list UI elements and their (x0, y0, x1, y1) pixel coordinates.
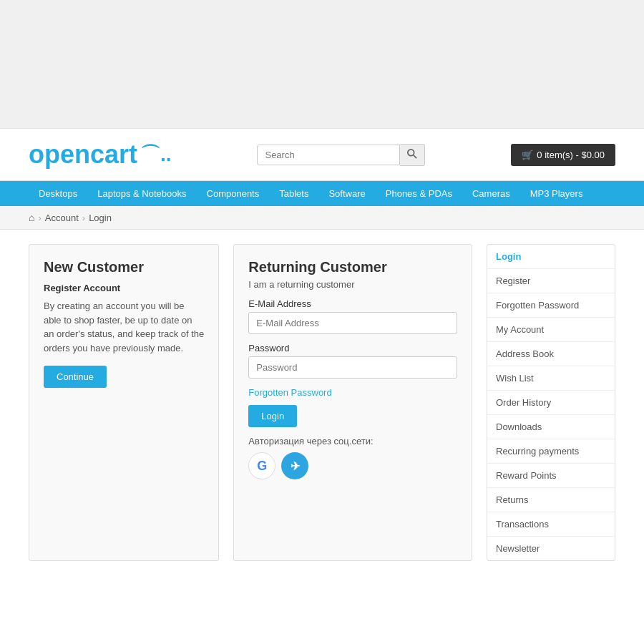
telegram-login-button[interactable]: ✈ (281, 452, 308, 479)
social-auth: Авторизация через соц.сети: G ✈ (248, 436, 457, 479)
breadcrumb: ⌂ › Account › Login (0, 206, 644, 230)
nav-item-software[interactable]: Software (318, 181, 375, 206)
sidebar-item-recurring-payments[interactable]: Recurring payments (487, 439, 615, 463)
top-spacer (0, 0, 644, 129)
sidebar-item-returns[interactable]: Returns (487, 488, 615, 512)
sidebar: LoginRegisterForgotten PasswordMy Accoun… (487, 244, 615, 561)
email-input[interactable] (248, 312, 457, 334)
returning-customer-title: Returning Customer (248, 259, 457, 275)
telegram-icon: ✈ (291, 459, 300, 473)
social-icons-container: G ✈ (248, 452, 457, 479)
header: opencart ⌒.. 🛒 0 item(s) - $0.00 (0, 129, 644, 181)
search-form (257, 144, 425, 166)
returning-customer-panel: Returning Customer I am a returning cust… (233, 244, 472, 561)
sidebar-item-order-history[interactable]: Order History (487, 391, 615, 414)
sidebar-item-reward-points[interactable]: Reward Points (487, 464, 615, 487)
login-button[interactable]: Login (248, 405, 297, 427)
sidebar-item-newsletter[interactable]: Newsletter (487, 537, 615, 560)
nav-item-components[interactable]: Components (197, 181, 270, 206)
sidebar-item-register[interactable]: Register (487, 269, 615, 293)
email-group: E-Mail Address (248, 298, 457, 334)
google-login-button[interactable]: G (248, 452, 275, 479)
sidebar-item-downloads[interactable]: Downloads (487, 415, 615, 439)
nav-item-laptops-&-notebooks[interactable]: Laptops & Notebooks (87, 181, 196, 206)
sidebar-item-wish-list[interactable]: Wish List (487, 366, 615, 390)
sidebar-item-forgotten-password[interactable]: Forgotten Password (487, 293, 615, 317)
sidebar-item-login[interactable]: Login (487, 245, 615, 268)
cart-label: 0 item(s) - $0.00 (537, 150, 605, 160)
svg-point-0 (408, 149, 414, 155)
home-icon: ⌂ (29, 212, 34, 223)
password-group: Password (248, 343, 457, 379)
logo-cart-icon: ⌒.. (140, 141, 172, 168)
search-button[interactable] (400, 144, 425, 166)
email-label: E-Mail Address (248, 298, 457, 309)
new-customer-description: By creating an account you will be able … (44, 299, 204, 355)
nav-item-mp3-players[interactable]: MP3 Players (520, 181, 593, 206)
sidebar-item-address-book[interactable]: Address Book (487, 342, 615, 366)
sidebar-item-transactions[interactable]: Transactions (487, 512, 615, 536)
social-auth-label: Авторизация через соц.сети: (248, 436, 457, 447)
nav-item-tablets[interactable]: Tablets (269, 181, 318, 206)
new-customer-title: New Customer (44, 259, 204, 275)
new-customer-subtitle: Register Account (44, 283, 204, 293)
breadcrumb-login[interactable]: Login (89, 213, 112, 223)
nav-item-cameras[interactable]: Cameras (462, 181, 520, 206)
logo: opencart ⌒.. (29, 140, 172, 170)
google-icon: G (257, 459, 267, 474)
svg-line-1 (414, 155, 416, 157)
returning-customer-subtitle: I am a returning customer (248, 279, 457, 290)
breadcrumb-account[interactable]: Account (45, 213, 79, 223)
forgot-password-link[interactable]: Forgotten Password (248, 387, 331, 398)
nav-item-phones-&-pdas[interactable]: Phones & PDAs (376, 181, 462, 206)
new-customer-panel: New Customer Register Account By creatin… (29, 244, 219, 561)
nav-item-desktops[interactable]: Desktops (29, 181, 87, 206)
logo-text: opencart (29, 140, 137, 170)
password-input[interactable] (248, 356, 457, 379)
search-input[interactable] (257, 145, 400, 165)
main-content: New Customer Register Account By creatin… (0, 230, 644, 575)
continue-button[interactable]: Continue (44, 366, 107, 388)
password-label: Password (248, 343, 457, 353)
sidebar-item-my-account[interactable]: My Account (487, 318, 615, 341)
main-nav: DesktopsLaptops & NotebooksComponentsTab… (0, 181, 644, 206)
cart-button[interactable]: 🛒 0 item(s) - $0.00 (511, 144, 615, 166)
cart-icon: 🛒 (522, 150, 533, 160)
breadcrumb-home[interactable]: ⌂ (29, 212, 34, 223)
